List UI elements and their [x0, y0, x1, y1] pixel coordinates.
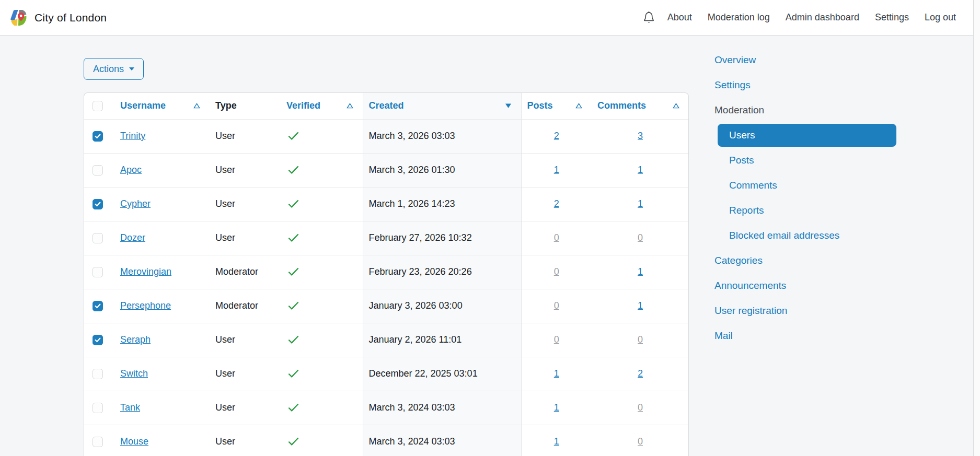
users-table: UsernameTypeVerifiedCreatedPostsComments… — [84, 93, 689, 456]
comments-count-link[interactable]: 0 — [638, 402, 643, 413]
checkbox-cell — [84, 289, 114, 323]
column-label-verified: Verified — [286, 100, 320, 111]
topnav-link-about[interactable]: About — [667, 12, 692, 23]
sidebar-item-row-categories: Categories — [714, 248, 906, 273]
verified-checkmark-icon — [286, 403, 363, 412]
username-link[interactable]: Cypher — [120, 198, 151, 209]
created-date-cell: December 22, 2025 03:01 — [363, 357, 521, 391]
posts-count-link[interactable]: 0 — [554, 334, 559, 345]
username-link[interactable]: Merovingian — [120, 266, 171, 277]
table-row-cypher: CypherUserMarch 1, 2026 14:2321 — [84, 187, 689, 221]
row-checkbox[interactable] — [93, 267, 103, 277]
posts-count-link[interactable]: 0 — [554, 232, 559, 243]
site-title: City of London — [34, 11, 107, 24]
sidebar-item-reports[interactable]: Reports — [714, 205, 764, 216]
row-checkbox[interactable] — [93, 369, 103, 379]
top-navigation: AboutModeration logAdmin dashboardSettin… — [643, 11, 956, 24]
row-checkbox[interactable] — [93, 131, 103, 142]
username-link[interactable]: Mouse — [120, 436, 148, 447]
actions-dropdown-button[interactable]: Actions — [84, 58, 144, 80]
username-link[interactable]: Tank — [120, 402, 140, 413]
row-checkbox[interactable] — [93, 233, 103, 243]
posts-count-cell: 0 — [521, 255, 592, 289]
column-header-created[interactable]: Created — [363, 93, 521, 119]
table-row-merovingian: MerovingianModeratorFebruary 23, 2026 20… — [84, 255, 689, 289]
brand: City of London — [8, 8, 107, 28]
username-cell: Merovingian — [114, 255, 210, 289]
column-header-verified[interactable]: Verified — [281, 93, 363, 119]
row-checkbox[interactable] — [93, 403, 103, 413]
username-link[interactable]: Switch — [120, 368, 148, 379]
column-header-posts[interactable]: Posts — [521, 93, 592, 119]
sidebar-item-announcements[interactable]: Announcements — [714, 280, 786, 291]
sidebar-item-posts[interactable]: Posts — [714, 155, 754, 166]
comments-count-link[interactable]: 0 — [638, 334, 643, 345]
topnav-link-admin-dashboard[interactable]: Admin dashboard — [786, 12, 859, 23]
sidebar-section-heading-moderation: Moderation — [714, 104, 764, 116]
username-link[interactable]: Seraph — [120, 334, 151, 345]
username-cell: Tank — [114, 391, 210, 425]
table-row-seraph: SeraphUserJanuary 2, 2026 11:0100 — [84, 323, 689, 357]
verified-checkmark-icon — [286, 200, 363, 208]
column-label-type: Type — [215, 100, 237, 111]
username-link[interactable]: Persephone — [120, 300, 171, 311]
comments-count-link[interactable]: 2 — [638, 368, 643, 379]
table-row-tank: TankUserMarch 3, 2024 03:0310 — [84, 391, 689, 425]
username-link[interactable]: Apoc — [120, 165, 142, 175]
comments-count-link[interactable]: 1 — [638, 198, 643, 209]
comments-count-link[interactable]: 0 — [638, 436, 643, 447]
row-checkbox[interactable] — [93, 165, 103, 176]
posts-count-link[interactable]: 1 — [554, 368, 559, 379]
posts-count-link[interactable]: 0 — [554, 300, 559, 311]
sidebar-item-overview[interactable]: Overview — [714, 54, 756, 66]
posts-count-link[interactable]: 0 — [554, 266, 559, 277]
created-date-cell: March 1, 2026 14:23 — [363, 187, 521, 221]
posts-count-link[interactable]: 1 — [554, 402, 559, 413]
username-cell: Mouse — [114, 425, 210, 456]
notifications-bell-icon[interactable] — [643, 11, 655, 24]
comments-count-link[interactable]: 1 — [638, 300, 643, 311]
row-checkbox[interactable] — [93, 301, 103, 311]
sidebar-item-row-posts: Posts — [714, 148, 906, 173]
user-type-cell: User — [210, 119, 281, 153]
row-checkbox[interactable] — [93, 437, 103, 447]
posts-count-cell: 0 — [521, 221, 592, 255]
username-link[interactable]: Dozer — [120, 232, 145, 243]
posts-count-link[interactable]: 1 — [554, 165, 559, 175]
sidebar-item-comments[interactable]: Comments — [714, 180, 777, 191]
sidebar-item-settings[interactable]: Settings — [714, 79, 751, 91]
comments-count-link[interactable]: 1 — [638, 266, 643, 277]
topnav-link-moderation-log[interactable]: Moderation log — [708, 12, 770, 23]
sidebar-item-categories[interactable]: Categories — [714, 255, 763, 266]
checkbox-cell — [84, 119, 114, 153]
sidebar-item-users-active[interactable]: Users — [718, 124, 896, 147]
username-link[interactable]: Trinity — [120, 131, 145, 141]
comments-count-link[interactable]: 1 — [638, 165, 643, 175]
admin-sidebar: OverviewSettingsModerationUsersPostsComm… — [714, 48, 906, 348]
vertical-scrollbar[interactable] — [973, 0, 980, 456]
sidebar-item-blocked-email-addresses[interactable]: Blocked email addresses — [714, 230, 839, 241]
column-header-comments[interactable]: Comments — [592, 93, 689, 119]
username-cell: Persephone — [114, 289, 210, 323]
posts-count-link[interactable]: 1 — [554, 436, 559, 447]
posts-count-link[interactable]: 2 — [554, 131, 559, 141]
posts-count-link[interactable]: 2 — [554, 198, 559, 209]
verified-cell — [281, 425, 363, 456]
sidebar-item-row-reports: Reports — [714, 198, 906, 223]
row-checkbox[interactable] — [93, 199, 103, 209]
verified-cell — [281, 323, 363, 357]
topnav-link-settings[interactable]: Settings — [875, 12, 909, 23]
column-header-username[interactable]: Username — [114, 93, 210, 119]
sidebar-item-mail[interactable]: Mail — [714, 330, 733, 342]
comments-count-link[interactable]: 3 — [638, 131, 643, 141]
posts-count-cell: 2 — [521, 119, 592, 153]
row-checkbox[interactable] — [93, 335, 103, 345]
comments-count-cell: 0 — [592, 425, 689, 456]
sidebar-item-user-registration[interactable]: User registration — [714, 305, 787, 317]
username-cell: Dozer — [114, 221, 210, 255]
sort-outline-triangle-icon — [673, 103, 679, 109]
username-cell: Trinity — [114, 119, 210, 153]
topnav-link-log-out[interactable]: Log out — [925, 12, 956, 23]
select-all-checkbox[interactable] — [93, 101, 103, 111]
comments-count-link[interactable]: 0 — [638, 232, 643, 243]
